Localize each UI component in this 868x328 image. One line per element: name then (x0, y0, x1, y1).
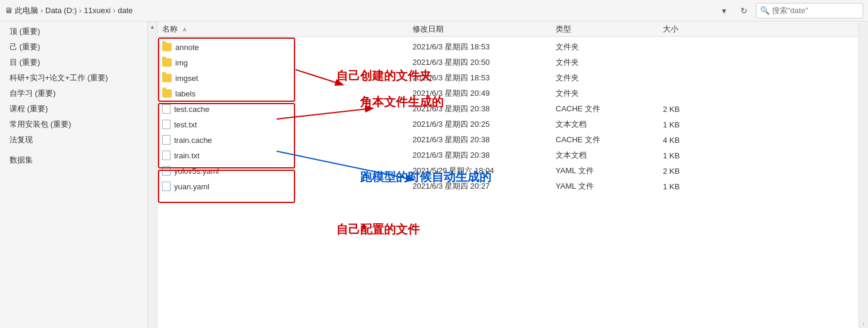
cache-file-icon (162, 135, 170, 145)
file-name: yolov5s.yaml (174, 167, 219, 176)
file-type: 文本文档 (556, 150, 663, 161)
file-type: 文件夹 (556, 88, 663, 99)
file-type: 文件夹 (556, 42, 663, 52)
file-row-annote[interactable]: annote 2021/6/3 星期四 18:53 文件夹 (157, 39, 858, 55)
refresh-button[interactable]: ↻ (736, 2, 752, 19)
file-row-imgset[interactable]: imgset 2021/6/3 星期四 18:53 文件夹 (157, 70, 858, 86)
refresh-icon: ↻ (740, 6, 748, 15)
sort-arrow-icon: ∧ (182, 26, 187, 33)
file-size: 4 KB (663, 136, 723, 145)
sidebar-item-2[interactable]: 目 (重要) (0, 55, 147, 70)
file-name: imgset (175, 74, 198, 83)
file-date: 2021/6/3 星期四 20:49 (413, 88, 556, 99)
annotation-config: 自己配置的文件 (336, 221, 420, 238)
file-name: annote (175, 43, 199, 52)
sidebar-item-7[interactable]: 法复现 (0, 132, 147, 148)
dropdown-button[interactable]: ▾ (715, 2, 732, 19)
breadcrumb-current[interactable]: date (118, 6, 133, 15)
file-date: 2021/5/29 星期六 18:04 (413, 165, 556, 176)
sidebar-item-4[interactable]: 自学习 (重要) (0, 86, 147, 101)
file-name: test.txt (174, 120, 197, 129)
cache-file-icon (162, 104, 170, 114)
right-scrollbar[interactable]: › (858, 21, 868, 328)
file-size: 1 KB (663, 151, 723, 160)
sidebar-item-6[interactable]: 常用安装包 (重要) (0, 117, 147, 132)
scroll-right-indicator: › (863, 320, 864, 327)
file-date: 2021/6/3 星期四 18:53 (413, 73, 556, 83)
file-size: 2 KB (663, 105, 723, 114)
file-row-img[interactable]: img 2021/6/3 星期四 20:50 文件夹 (157, 55, 858, 70)
sidebar-item-8[interactable] (0, 148, 147, 152)
sidebar-item-5[interactable]: 课程 (重要) (0, 101, 147, 117)
file-row-train-cache[interactable]: train.cache 2021/6/3 星期四 20:38 CACHE 文件 … (157, 132, 858, 148)
sidebar-item-1[interactable]: 己 (重要) (0, 39, 147, 55)
file-list: annote 2021/6/3 星期四 18:53 文件夹 img 2021/6… (157, 37, 858, 328)
toolbar-actions: ▾ ↻ 🔍 (715, 2, 863, 19)
file-type: 文本文档 (556, 119, 663, 130)
file-size: 2 KB (663, 167, 723, 176)
yaml-file-icon (162, 166, 170, 176)
col-header-name[interactable]: 名称 ∧ (162, 24, 413, 35)
search-box[interactable]: 🔍 (756, 3, 863, 18)
col-header-date[interactable]: 修改日期 (413, 24, 556, 35)
file-date: 2021/6/3 星期四 20:38 (413, 104, 556, 114)
main-area: 顶 (重要) 己 (重要) 目 (重要) 科研+实习+论文+工作 (重要) 自学… (0, 21, 868, 328)
breadcrumb-computer[interactable]: 此电脑 (15, 5, 38, 16)
folder-icon (162, 74, 172, 82)
file-name: img (175, 58, 188, 67)
chevron-down-icon: ▾ (722, 6, 726, 15)
sidebar: 顶 (重要) 己 (重要) 目 (重要) 科研+实习+论文+工作 (重要) 自学… (0, 21, 148, 328)
file-type: YAML 文件 (556, 181, 663, 192)
file-size: 1 KB (663, 182, 723, 191)
file-name: train.cache (174, 136, 212, 145)
file-row-test-cache[interactable]: test.cache 2021/6/3 星期四 20:38 CACHE 文件 2… (157, 101, 858, 117)
scroll-up-arrow[interactable]: ▲ (148, 23, 157, 31)
file-row-yuan-yaml[interactable]: yuan.yaml 2021/6/3 星期四 20:27 YAML 文件 1 K… (157, 179, 858, 194)
file-type: CACHE 文件 (556, 104, 663, 114)
file-row-yolov5s-yaml[interactable]: yolov5s.yaml 2021/5/29 星期六 18:04 YAML 文件… (157, 163, 858, 179)
file-type: CACHE 文件 (556, 135, 663, 145)
sidebar-scroll[interactable]: ▲ (148, 21, 157, 328)
file-type: YAML 文件 (556, 165, 663, 176)
file-date: 2021/6/3 星期四 20:27 (413, 181, 556, 192)
breadcrumb-folder1[interactable]: 11xuexi (84, 6, 111, 15)
file-date: 2021/6/3 星期四 20:38 (413, 135, 556, 145)
file-row-labels[interactable]: labels 2021/6/3 星期四 20:49 文件夹 (157, 86, 858, 101)
yaml-file-icon (162, 182, 170, 191)
file-name: yuan.yaml (174, 182, 209, 191)
file-name: labels (175, 89, 196, 98)
sidebar-item-9[interactable]: 数据集 (0, 152, 147, 168)
file-date: 2021/6/3 星期四 20:38 (413, 150, 556, 161)
txt-file-icon (162, 120, 170, 129)
file-row-train-txt[interactable]: train.txt 2021/6/3 星期四 20:38 文本文档 1 KB (157, 148, 858, 163)
file-date: 2021/6/3 星期四 20:50 (413, 57, 556, 68)
file-size: 1 KB (663, 120, 723, 129)
sidebar-item-3[interactable]: 科研+实习+论文+工作 (重要) (0, 70, 147, 86)
col-header-size[interactable]: 大小 (663, 24, 723, 35)
folder-icon (162, 58, 172, 67)
txt-file-icon (162, 151, 170, 160)
col-header-type[interactable]: 类型 (556, 24, 663, 35)
search-icon: 🔍 (760, 6, 770, 15)
search-input[interactable] (772, 6, 855, 15)
folder-icon (162, 89, 172, 98)
file-type: 文件夹 (556, 57, 663, 68)
file-name: test.cache (174, 105, 209, 114)
column-headers: 名称 ∧ 修改日期 类型 大小 (157, 21, 858, 37)
file-type: 文件夹 (556, 73, 663, 83)
breadcrumb: 🖥 此电脑 › Data (D:) › 11xuexi › date (5, 5, 712, 16)
computer-icon: 🖥 (5, 6, 13, 15)
file-date: 2021/6/3 星期四 20:25 (413, 119, 556, 130)
file-area: 名称 ∧ 修改日期 类型 大小 annote 2021/6/3 星期四 18:5… (157, 21, 858, 328)
file-name: train.txt (174, 151, 200, 160)
sidebar-item-0[interactable]: 顶 (重要) (0, 24, 147, 39)
breadcrumb-drive[interactable]: Data (D:) (45, 6, 77, 15)
folder-icon (162, 43, 172, 51)
top-bar: 🖥 此电脑 › Data (D:) › 11xuexi › date ▾ ↻ 🔍 (0, 0, 868, 21)
file-row-test-txt[interactable]: test.txt 2021/6/3 星期四 20:25 文本文档 1 KB (157, 117, 858, 132)
file-date: 2021/6/3 星期四 18:53 (413, 42, 556, 52)
